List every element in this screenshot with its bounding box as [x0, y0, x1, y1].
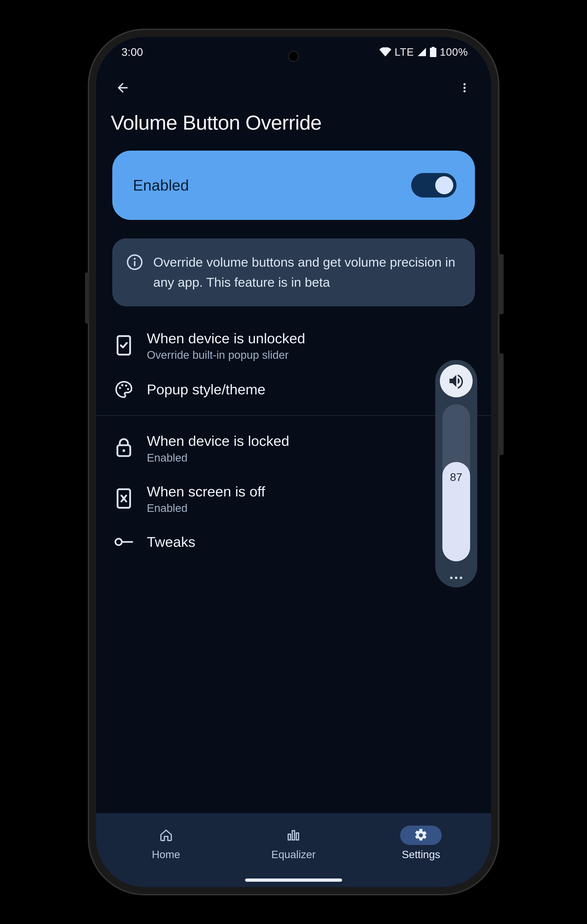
enable-label: Enabled — [133, 177, 189, 194]
device-check-icon — [115, 335, 133, 355]
volume-slider[interactable]: 87 — [442, 404, 470, 561]
battery-icon — [430, 47, 437, 57]
phone-device-frame: 3:00 LTE 100% — [89, 30, 498, 894]
bottom-navigation: Home Equalizer Settings — [96, 813, 491, 873]
svg-point-7 — [119, 387, 121, 389]
volume-popup[interactable]: 87 — [435, 360, 477, 587]
more-vert-icon — [458, 82, 471, 94]
status-time: 3:00 — [122, 46, 143, 58]
gear-icon — [414, 828, 428, 842]
nav-home[interactable]: Home — [145, 826, 187, 861]
arrow-back-icon — [115, 80, 130, 95]
setting-title: When screen is off — [147, 483, 473, 501]
nav-settings[interactable]: Settings — [400, 826, 442, 861]
nav-label: Home — [152, 848, 180, 861]
setting-subtitle: Override built-in popup slider — [147, 348, 473, 361]
svg-rect-18 — [297, 833, 299, 840]
nav-label: Settings — [402, 848, 440, 861]
screen: 3:00 LTE 100% — [96, 37, 491, 887]
wifi-icon — [379, 47, 391, 56]
front-camera — [288, 51, 299, 62]
setting-title: When device is locked — [147, 432, 473, 450]
palette-icon — [115, 380, 133, 399]
enable-card[interactable]: Enabled — [112, 151, 475, 220]
equalizer-icon — [287, 828, 300, 842]
back-button[interactable] — [112, 78, 133, 98]
setting-title: Tweaks — [147, 533, 473, 551]
svg-point-1 — [463, 87, 466, 89]
info-icon — [126, 254, 143, 271]
enable-switch[interactable] — [411, 173, 457, 198]
key-icon — [115, 536, 133, 548]
svg-point-5 — [134, 258, 135, 260]
svg-point-12 — [122, 449, 125, 452]
volume-value: 87 — [450, 471, 462, 483]
setting-subtitle: Enabled — [147, 502, 473, 515]
volume-stream-button[interactable] — [440, 365, 473, 397]
setting-subtitle: Enabled — [147, 451, 473, 464]
app-bar — [110, 72, 477, 104]
setting-title: Popup style/theme — [147, 380, 473, 398]
volume-slider-fill: 87 — [442, 462, 470, 561]
nav-label: Equalizer — [271, 848, 316, 861]
nav-equalizer[interactable]: Equalizer — [271, 826, 316, 861]
home-icon — [159, 828, 173, 842]
speaker-icon — [447, 372, 465, 390]
setting-item-locked[interactable]: When device is locked Enabled — [110, 423, 477, 473]
info-text: Override volume buttons and get volume p… — [153, 252, 459, 292]
cell-signal-icon — [417, 47, 427, 56]
app-content: Volume Button Override Enabled Override … — [96, 67, 491, 813]
info-card: Override volume buttons and get volume p… — [112, 238, 475, 306]
volume-more-button[interactable] — [450, 577, 462, 579]
hardware-button — [498, 353, 504, 455]
svg-point-8 — [121, 384, 123, 386]
divider — [96, 415, 491, 416]
setting-item-screen-off[interactable]: When screen is off Enabled — [110, 473, 477, 524]
status-indicators: LTE 100% — [379, 46, 468, 58]
gesture-pill[interactable] — [245, 878, 342, 882]
lock-icon — [115, 438, 133, 458]
hardware-button — [85, 272, 89, 323]
setting-title: When device is unlocked — [147, 329, 473, 347]
device-x-icon — [115, 488, 133, 509]
svg-point-0 — [463, 83, 466, 86]
svg-rect-17 — [292, 831, 295, 840]
battery-label: 100% — [440, 46, 468, 58]
hardware-button — [498, 254, 504, 314]
switch-thumb — [435, 176, 453, 194]
svg-point-10 — [127, 388, 129, 390]
gesture-bar — [96, 873, 491, 887]
svg-point-2 — [463, 90, 466, 92]
svg-point-14 — [115, 539, 122, 545]
svg-point-9 — [125, 384, 127, 387]
setting-item-popup-style[interactable]: Popup style/theme — [110, 371, 477, 408]
setting-item-tweaks[interactable]: Tweaks — [110, 524, 477, 560]
svg-rect-4 — [134, 261, 135, 266]
network-label: LTE — [394, 46, 414, 58]
setting-item-unlocked[interactable]: When device is unlocked Override built-i… — [110, 320, 477, 371]
page-title: Volume Button Override — [111, 111, 477, 134]
svg-rect-16 — [288, 834, 290, 840]
more-options-button[interactable] — [454, 78, 475, 98]
